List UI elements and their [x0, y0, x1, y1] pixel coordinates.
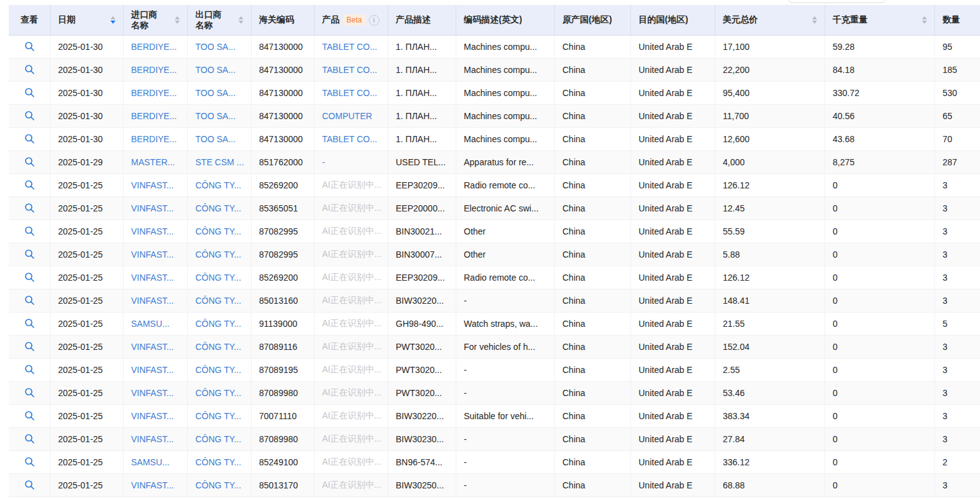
view-details-button[interactable]	[22, 294, 36, 308]
caret-down-icon	[922, 21, 927, 24]
exporter-link[interactable]: CÔNG TY...	[195, 180, 241, 190]
usd-total-cell: 2.55	[715, 359, 825, 382]
view-details-button[interactable]	[22, 409, 36, 423]
sort-icon-usd-total[interactable]	[812, 16, 817, 24]
sort-icon-date[interactable]	[110, 16, 115, 24]
exporter-link[interactable]: TOO SA...	[195, 88, 235, 98]
exporter-link[interactable]: TOO SA...	[195, 111, 235, 121]
exporter-link[interactable]: CÔNG TY...	[195, 226, 241, 236]
header-usd-total[interactable]: 美元总价	[715, 5, 825, 36]
view-details-button[interactable]	[22, 340, 36, 354]
exporter-link[interactable]: TOO SA...	[195, 42, 235, 52]
importer-link[interactable]: VINFAST...	[131, 411, 174, 421]
exporter-link[interactable]: CÔNG TY...	[195, 411, 241, 421]
search-icon	[24, 249, 35, 259]
product-cell-text[interactable]: -	[322, 157, 325, 167]
importer-link[interactable]: VINFAST...	[131, 480, 174, 490]
exporter-link[interactable]: TOO SA...	[195, 134, 235, 144]
importer-link[interactable]: VINFAST...	[131, 273, 174, 283]
exporter-link[interactable]: TOO SA...	[195, 65, 235, 75]
view-details-button[interactable]	[22, 155, 36, 169]
importer-link[interactable]: VINFAST...	[131, 296, 174, 306]
importer-link[interactable]: BERDIYE...	[131, 88, 177, 98]
header-weight-kg[interactable]: 千克重量	[825, 5, 935, 36]
qty-cell: 2	[935, 451, 980, 474]
sort-icon-importer[interactable]	[175, 16, 180, 24]
exporter-link[interactable]: CÔNG TY...	[195, 480, 241, 490]
sort-icon-exporter[interactable]	[238, 16, 243, 24]
importer-link[interactable]: VINFAST...	[131, 388, 174, 398]
exporter-link[interactable]: CÔNG TY...	[195, 388, 241, 398]
search-icon	[24, 341, 35, 352]
importer-link[interactable]: VINFAST...	[131, 365, 174, 375]
search-icon	[24, 387, 35, 398]
view-details-button[interactable]	[22, 363, 36, 377]
importer-link[interactable]: SAMSU...	[131, 319, 169, 329]
dest-cell: United Arab E	[631, 36, 715, 59]
info-icon[interactable]: i	[369, 15, 380, 26]
product-cell: AI正在识别中...	[315, 220, 388, 243]
view-details-button[interactable]	[22, 317, 36, 331]
usd-total-cell: 11,700	[715, 105, 825, 128]
view-details-button[interactable]	[22, 386, 36, 400]
importer-link[interactable]: MASTER...	[131, 157, 175, 167]
exporter-link[interactable]: CÔNG TY...	[195, 203, 241, 213]
view-details-button[interactable]	[22, 109, 36, 123]
header-exporter[interactable]: 出口商 名称	[188, 5, 252, 36]
importer-link[interactable]: VINFAST...	[131, 180, 174, 190]
hs-code-cell: 91139000	[252, 312, 315, 336]
importer-link[interactable]: VINFAST...	[131, 203, 174, 213]
exporter-link[interactable]: CÔNG TY...	[195, 273, 241, 283]
view-details-button[interactable]	[22, 225, 36, 238]
search-icon	[24, 110, 35, 121]
exporter-link[interactable]: CÔNG TY...	[195, 296, 241, 306]
view-details-button[interactable]	[22, 432, 36, 446]
view-details-button[interactable]	[22, 178, 36, 192]
origin-cell: China	[555, 36, 631, 59]
importer-link[interactable]: BERDIYE...	[131, 134, 177, 144]
importer-link[interactable]: SAMSU...	[131, 457, 169, 467]
product-cell-text[interactable]: TABLET CO...	[322, 42, 377, 52]
weight-kg-cell: 0	[825, 359, 935, 382]
view-details-button[interactable]	[22, 478, 36, 492]
weight-kg-cell: 0	[825, 197, 935, 220]
code-desc-en-cell: Other	[456, 220, 555, 243]
exporter-link[interactable]: CÔNG TY...	[195, 319, 241, 329]
product-cell-text[interactable]: TABLET CO...	[322, 88, 377, 98]
view-details-button[interactable]	[22, 40, 36, 54]
importer-cell: VINFAST...	[124, 197, 188, 220]
importer-link[interactable]: VINFAST...	[131, 434, 174, 444]
sort-icon-weight-kg[interactable]	[922, 16, 927, 24]
exporter-link[interactable]: CÔNG TY...	[195, 250, 241, 259]
view-cell	[9, 151, 51, 174]
exporter-cell: CÔNG TY...	[188, 243, 252, 266]
view-details-button[interactable]	[22, 455, 36, 469]
exporter-link[interactable]: CÔNG TY...	[195, 342, 241, 352]
importer-link[interactable]: VINFAST...	[131, 250, 174, 259]
importer-link[interactable]: BERDIYE...	[131, 111, 177, 121]
view-details-button[interactable]	[22, 248, 36, 261]
product-cell-text: AI正在识别中...	[322, 203, 381, 213]
view-details-button[interactable]	[22, 132, 36, 146]
importer-link[interactable]: BERDIYE...	[131, 42, 177, 52]
view-details-button[interactable]	[22, 271, 36, 284]
product-desc-cell: BIW30250...	[388, 474, 456, 497]
importer-link[interactable]: BERDIYE...	[131, 65, 177, 75]
exporter-link[interactable]: STE CSM ...	[195, 157, 244, 167]
exporter-link[interactable]: CÔNG TY...	[195, 434, 241, 444]
exporter-link[interactable]: CÔNG TY...	[195, 457, 241, 467]
qty-cell: 3	[935, 336, 980, 359]
view-details-button[interactable]	[22, 63, 36, 77]
hs-code-cell: 87089195	[252, 359, 315, 382]
exporter-link[interactable]: CÔNG TY...	[195, 365, 241, 375]
product-cell-text[interactable]: COMPUTER	[322, 111, 372, 121]
importer-link[interactable]: VINFAST...	[131, 226, 174, 236]
header-date[interactable]: 日期	[51, 5, 124, 36]
view-details-button[interactable]	[22, 86, 36, 100]
product-cell-text[interactable]: TABLET CO...	[322, 134, 377, 144]
product-cell-text[interactable]: TABLET CO...	[322, 65, 377, 75]
view-details-button[interactable]	[22, 201, 36, 215]
header-product: 产品 Beta i	[315, 5, 388, 36]
header-importer[interactable]: 进口商 名称	[124, 5, 188, 36]
importer-link[interactable]: VINFAST...	[131, 342, 174, 352]
